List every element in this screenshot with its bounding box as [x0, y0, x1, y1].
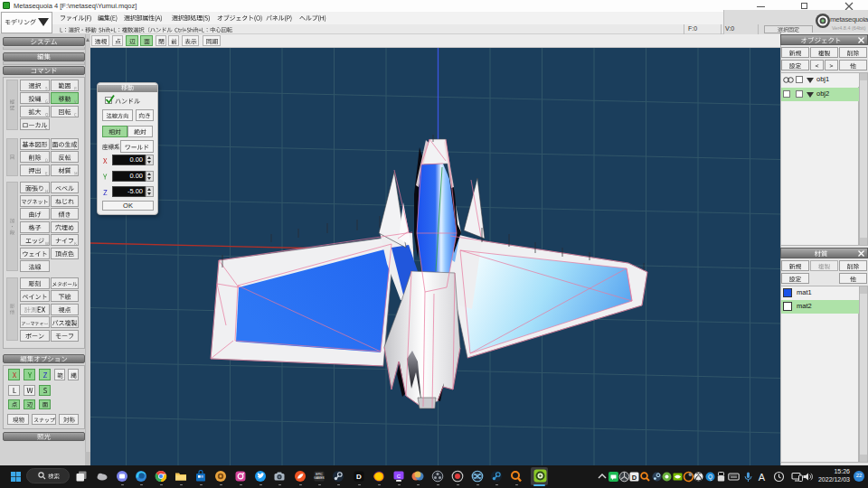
svg-text:D: D — [631, 474, 637, 482]
svg-text:Q: Q — [707, 474, 712, 481]
svg-text:C: C — [397, 474, 401, 479]
svg-text:GAMES: GAMES — [314, 476, 325, 480]
svg-text:A: A — [758, 472, 765, 483]
svg-text:D: D — [356, 473, 362, 481]
